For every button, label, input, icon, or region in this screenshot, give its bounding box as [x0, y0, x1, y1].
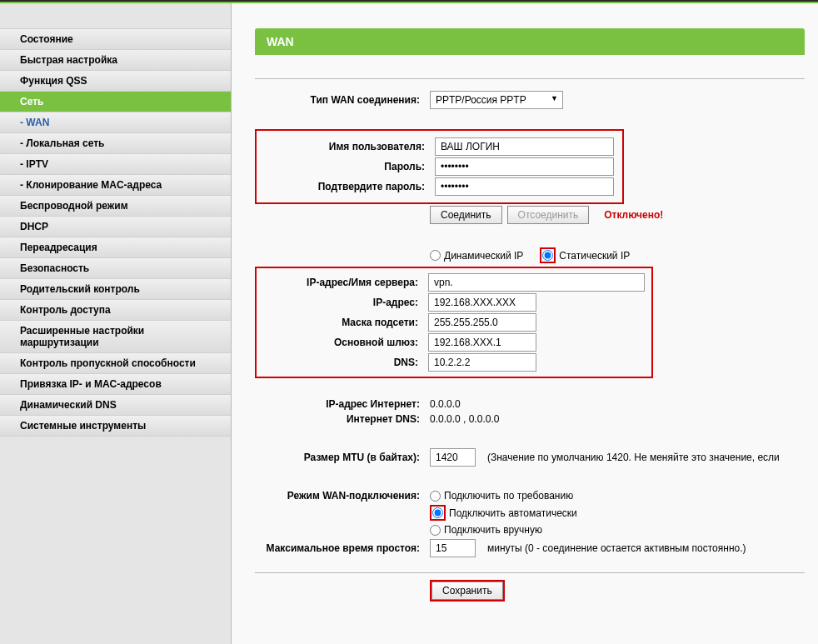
dns-input[interactable] — [428, 353, 536, 372]
save-highlight: Сохранить — [430, 580, 505, 602]
static-ip-radio[interactable] — [542, 250, 553, 261]
on-demand-radio[interactable] — [430, 491, 441, 502]
sidebar-item-6[interactable]: - IPTV — [0, 154, 231, 175]
internet-dns-label: Интернет DNS: — [255, 413, 430, 425]
sidebar-item-18[interactable]: Системные инструменты — [0, 416, 231, 437]
dns-label: DNS: — [257, 357, 428, 368]
sidebar-item-0[interactable]: Состояние — [0, 28, 231, 50]
sidebar-item-17[interactable]: Динамический DNS — [0, 395, 231, 416]
dynamic-ip-radio[interactable] — [430, 250, 441, 261]
connect-button[interactable]: Соединить — [430, 206, 502, 224]
ip-label: IP-адрес: — [257, 297, 428, 308]
disconnect-button[interactable]: Отсоединить — [507, 206, 590, 224]
internet-dns-value: 0.0.0.0 , 0.0.0.0 — [430, 413, 499, 425]
wan-type-label: Тип WAN соединения: — [255, 94, 430, 106]
sidebar: СостояниеБыстрая настройкаФункция QSSСет… — [0, 3, 232, 644]
manual-radio[interactable] — [430, 525, 441, 536]
idle-input[interactable] — [430, 539, 476, 557]
idle-note: минуты (0 - соединение остается активным… — [487, 542, 746, 554]
server-input[interactable] — [428, 273, 645, 292]
confirm-password-input[interactable] — [435, 177, 614, 196]
static-ip-highlight — [540, 247, 556, 263]
mtu-input[interactable] — [430, 448, 476, 467]
auto-radio[interactable] — [432, 507, 443, 518]
idle-label: Максимальное время простоя: — [255, 542, 430, 554]
sidebar-item-7[interactable]: - Клонирование MAC-адреса — [0, 175, 231, 196]
gateway-label: Основной шлюз: — [257, 337, 428, 348]
confirm-password-label: Подтвердите пароль: — [265, 181, 435, 192]
sidebar-item-15[interactable]: Контроль пропускной способности — [0, 353, 231, 374]
server-label: IP-адрес/Имя сервера: — [257, 277, 428, 288]
sidebar-item-9[interactable]: DHCP — [0, 217, 231, 237]
save-button[interactable]: Сохранить — [431, 582, 503, 600]
username-input[interactable] — [435, 137, 614, 156]
sidebar-item-1[interactable]: Быстрая настройка — [0, 50, 231, 71]
sidebar-item-14[interactable]: Расширенные настройки маршрутизации — [0, 321, 231, 353]
internet-ip-label: IP-адрес Интернет: — [255, 398, 430, 410]
password-label: Пароль: — [265, 161, 435, 172]
sidebar-item-16[interactable]: Привязка IP- и MAC-адресов — [0, 374, 231, 395]
mask-label: Маска подсети: — [257, 317, 428, 328]
sidebar-item-4[interactable]: - WAN — [0, 112, 231, 133]
conn-mode-label: Режим WAN-подключения: — [255, 490, 430, 502]
mtu-note: (Значение по умолчанию 1420. Не меняйте … — [487, 452, 780, 463]
auto-label: Подключить автоматически — [449, 507, 577, 519]
sidebar-item-11[interactable]: Безопасность — [0, 258, 231, 279]
manual-label: Подключить вручную — [444, 524, 542, 536]
on-demand-label: Подключить по требованию — [444, 490, 573, 502]
sidebar-item-10[interactable]: Переадресация — [0, 237, 231, 258]
wan-type-select[interactable]: PPTP/Россия PPTP — [430, 91, 563, 109]
divider — [255, 78, 805, 79]
mask-input[interactable] — [428, 313, 536, 332]
credentials-highlight: Имя пользователя: Пароль: Подтвердите па… — [255, 129, 624, 204]
username-label: Имя пользователя: — [265, 141, 435, 152]
mtu-label: Размер MTU (в байтах): — [255, 452, 430, 463]
ip-input[interactable] — [428, 293, 536, 312]
auto-conn-highlight — [430, 505, 446, 521]
gateway-input[interactable] — [428, 333, 536, 352]
sidebar-item-8[interactable]: Беспроводной режим — [0, 196, 231, 217]
internet-ip-value: 0.0.0.0 — [430, 398, 461, 410]
static-ip-label: Статический IP — [559, 250, 630, 262]
sidebar-item-5[interactable]: - Локальная сеть — [0, 133, 231, 154]
sidebar-item-3[interactable]: Сеть — [0, 92, 231, 112]
sidebar-item-12[interactable]: Родительский контроль — [0, 279, 231, 300]
sidebar-item-2[interactable]: Функция QSS — [0, 71, 231, 92]
password-input[interactable] — [435, 157, 614, 176]
sidebar-item-13[interactable]: Контроль доступа — [0, 300, 231, 321]
divider — [255, 572, 805, 573]
dynamic-ip-label: Динамический IP — [444, 250, 523, 262]
page-title: WAN — [255, 28, 805, 55]
connection-status: Отключено! — [604, 209, 663, 221]
main-content: WAN Тип WAN соединения: PPTP/Россия PPTP… — [232, 3, 818, 644]
ip-settings-highlight: IP-адрес/Имя сервера: IP-адрес: Маска по… — [255, 267, 653, 378]
